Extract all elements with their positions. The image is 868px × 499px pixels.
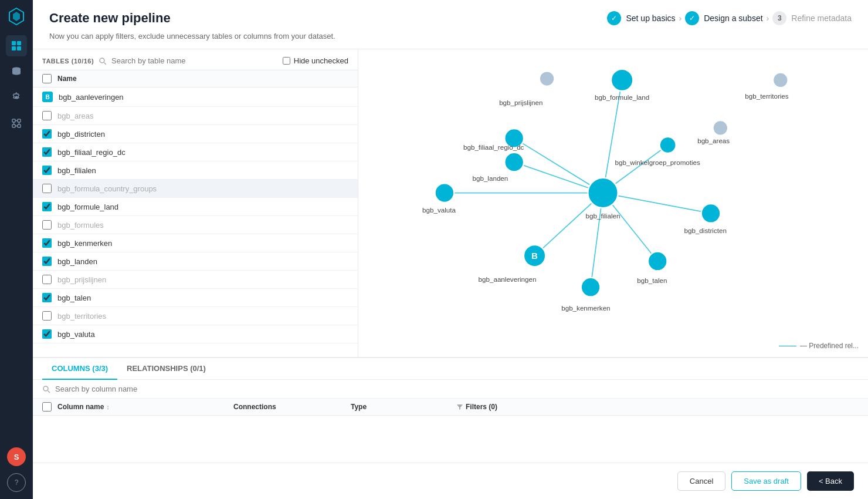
svg-rect-9 bbox=[18, 119, 21, 122]
table-row[interactable]: bgb_valuta bbox=[33, 325, 358, 343]
svg-text:bgb_kenmerken: bgb_kenmerken bbox=[561, 304, 610, 312]
table-checkbox[interactable] bbox=[42, 311, 52, 321]
filter-icon bbox=[456, 403, 463, 410]
table-checkbox[interactable] bbox=[42, 329, 52, 339]
graph-node[interactable]: bgb_landen bbox=[473, 153, 524, 182]
table-checkbox[interactable] bbox=[42, 238, 52, 248]
select-all-tables-checkbox[interactable] bbox=[42, 74, 52, 83]
column-search-icon bbox=[42, 385, 50, 393]
table-checkbox[interactable] bbox=[42, 147, 52, 157]
graph-node[interactable]: bgb_filialen bbox=[586, 178, 621, 220]
table-row[interactable]: bgb_filialen bbox=[33, 161, 358, 180]
table-checkbox[interactable] bbox=[42, 293, 52, 302]
table-row[interactable]: bgb_districten bbox=[33, 125, 358, 143]
table-row[interactable]: bgb_formules bbox=[33, 216, 358, 234]
svg-point-37 bbox=[701, 204, 721, 223]
graph-node[interactable]: bgb_formule_land bbox=[595, 69, 649, 101]
tab-relationships[interactable]: RELATIONSHIPS (0/1) bbox=[117, 358, 215, 380]
hide-unchecked-checkbox[interactable] bbox=[283, 57, 290, 65]
tables-title: TABLES (10/16) bbox=[42, 58, 94, 65]
graph-node[interactable]: bgb_areas bbox=[697, 120, 730, 144]
save-as-draft-button[interactable]: Save as draft bbox=[731, 471, 801, 491]
table-checkbox[interactable] bbox=[42, 111, 52, 120]
tables-column-name: Name bbox=[57, 75, 348, 83]
table-row-name: bgb_kenmerken bbox=[57, 239, 112, 248]
svg-point-54 bbox=[43, 386, 48, 391]
svg-text:bgb_winkelgroep_promoties: bgb_winkelgroep_promoties bbox=[615, 159, 700, 166]
table-row[interactable]: bgb_prijslijnen bbox=[33, 271, 358, 289]
table-row[interactable]: bgb_formule_land bbox=[33, 198, 358, 216]
table-checkbox[interactable] bbox=[42, 129, 52, 139]
wizard-step-subset[interactable]: ✓ Design a subset bbox=[685, 11, 762, 25]
sidebar-item-database[interactable] bbox=[6, 61, 27, 82]
svg-point-47 bbox=[540, 71, 555, 86]
table-row[interactable]: bgb_areas bbox=[33, 107, 358, 125]
column-header-connections: Connections bbox=[233, 403, 351, 411]
user-avatar[interactable]: S bbox=[7, 447, 26, 466]
hide-unchecked-label[interactable]: Hide unchecked bbox=[283, 56, 348, 65]
select-all-columns-checkbox[interactable] bbox=[42, 402, 52, 412]
cancel-button[interactable]: Cancel bbox=[677, 471, 725, 491]
svg-rect-3 bbox=[17, 41, 21, 45]
table-row-name: bgb_filialen bbox=[57, 166, 96, 175]
svg-rect-8 bbox=[12, 119, 15, 122]
svg-rect-2 bbox=[12, 41, 16, 45]
relationship-graph: bgb_filialenbgb_formule_landbgb_filiaal_… bbox=[358, 49, 868, 357]
graph-node[interactable]: bgb_talen bbox=[637, 252, 667, 285]
svg-text:bgb_filialen: bgb_filialen bbox=[586, 212, 621, 220]
table-row[interactable]: bgb_filiaal_regio_dc bbox=[33, 143, 358, 161]
graph-node[interactable]: bgb_prijslijnen bbox=[499, 71, 554, 106]
column-table-header: Column name ↕ Connections Type Filters (… bbox=[33, 399, 868, 416]
step-number-metadata: 3 bbox=[772, 11, 786, 25]
table-row[interactable]: Bbgb_aanleveringen bbox=[33, 87, 358, 107]
table-list: Bbgb_aanleveringenbgb_areasbgb_districte… bbox=[33, 87, 358, 357]
footer: Cancel Save as draft < Back bbox=[33, 463, 868, 499]
graph-node[interactable]: bgb_valuta bbox=[422, 183, 456, 214]
svg-rect-10 bbox=[12, 124, 15, 127]
step-arrow-1: › bbox=[679, 14, 682, 23]
table-checkbox[interactable] bbox=[42, 202, 52, 211]
graph-node[interactable]: bgb_kenmerken bbox=[561, 278, 610, 312]
step-label-metadata: Refine metadata bbox=[791, 14, 852, 23]
wizard-step-metadata[interactable]: 3 Refine metadata bbox=[772, 11, 852, 25]
svg-point-45 bbox=[660, 137, 676, 153]
help-button[interactable]: ? bbox=[7, 473, 26, 492]
sidebar-item-integrations[interactable] bbox=[6, 113, 27, 134]
tables-search-input[interactable] bbox=[111, 56, 278, 65]
table-row[interactable]: bgb_formula_country_groups bbox=[33, 180, 358, 198]
wizard-steps: ✓ Set up basics › ✓ Design a subset › 3 … bbox=[607, 11, 852, 25]
sidebar-item-settings[interactable] bbox=[6, 87, 27, 108]
table-checkbox[interactable] bbox=[42, 275, 52, 284]
graph-area: bgb_filialenbgb_formule_landbgb_filiaal_… bbox=[358, 49, 868, 357]
column-search-input[interactable] bbox=[55, 385, 859, 393]
back-button[interactable]: < Back bbox=[807, 471, 854, 491]
table-row-name: bgb_formula_country_groups bbox=[57, 184, 157, 193]
table-checkbox[interactable] bbox=[42, 257, 52, 266]
svg-rect-5 bbox=[17, 46, 21, 50]
table-checkbox[interactable] bbox=[42, 184, 52, 193]
table-checkbox[interactable] bbox=[42, 166, 52, 175]
table-list-header: Name bbox=[33, 70, 358, 87]
tab-columns[interactable]: COLUMNS (3/3) bbox=[42, 358, 117, 380]
column-header-filters[interactable]: Filters (0) bbox=[456, 403, 497, 411]
svg-point-29 bbox=[611, 69, 633, 91]
table-row[interactable]: bgb_landen bbox=[33, 252, 358, 271]
app-logo[interactable] bbox=[7, 7, 26, 26]
graph-node[interactable]: bgb_territories bbox=[745, 73, 788, 100]
wizard-step-setup[interactable]: ✓ Set up basics bbox=[607, 11, 675, 25]
graph-node[interactable]: bgb_filiaal_regio_dc bbox=[463, 129, 524, 151]
sidebar-item-dashboard[interactable] bbox=[6, 35, 27, 56]
table-row[interactable]: bgb_talen bbox=[33, 289, 358, 307]
svg-line-22 bbox=[603, 193, 711, 214]
svg-point-27 bbox=[588, 178, 618, 208]
table-row-name: bgb_aanleveringen bbox=[59, 93, 124, 102]
search-icon bbox=[99, 57, 107, 65]
step-label-subset: Design a subset bbox=[704, 14, 762, 23]
table-row[interactable]: bgb_territories bbox=[33, 307, 358, 325]
svg-line-17 bbox=[104, 62, 107, 65]
step-check-subset: ✓ bbox=[685, 11, 699, 25]
graph-node[interactable]: bgb_winkelgroep_promoties bbox=[615, 137, 700, 166]
table-row[interactable]: bgb_kenmerken bbox=[33, 234, 358, 252]
table-checkbox[interactable] bbox=[42, 220, 52, 230]
graph-node[interactable]: bgb_districten bbox=[684, 204, 727, 234]
